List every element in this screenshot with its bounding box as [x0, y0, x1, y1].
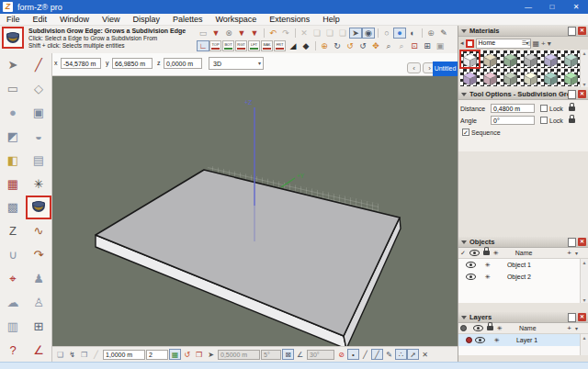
roll-icon[interactable]: ↺ [356, 40, 369, 51]
menu-item[interactable]: Edit [27, 15, 54, 24]
view-button[interactable]: FRT [274, 40, 286, 51]
minimize-button[interactable]: — [516, 0, 540, 14]
combo-snap-icon[interactable]: ⊠ [282, 349, 294, 360]
spin-icon[interactable]: ↺ [344, 40, 356, 51]
menu-item[interactable]: View [96, 15, 126, 24]
point-snap-icon[interactable]: • [347, 349, 359, 360]
add-object-button[interactable]: + [567, 249, 571, 257]
materials-scrollbar[interactable]: ▴ ▾ [580, 50, 588, 87]
close-panel-icon[interactable]: ✕ [578, 313, 586, 321]
scroll-down-icon[interactable]: ▾ [581, 81, 588, 87]
material-lavender[interactable] [541, 50, 560, 68]
sequence-checkbox[interactable] [462, 129, 469, 136]
value-field[interactable]: 0° [491, 116, 535, 125]
eye-icon[interactable] [469, 250, 480, 256]
view-button[interactable]: BAK [261, 40, 273, 51]
stairs-tool[interactable]: ▤ [26, 148, 51, 172]
cylinder-tool[interactable]: ◒ [26, 125, 51, 149]
rectangle-tool[interactable]: ▭ [0, 77, 26, 101]
zoom-window-icon[interactable]: ⊞ [421, 40, 434, 51]
scroll-down-icon[interactable]: ▾ [581, 296, 588, 303]
Layer 1[interactable]: Layer 1 [458, 334, 588, 346]
terrain-tool[interactable]: ☁ [0, 290, 26, 314]
wireframe-mode-icon[interactable]: ○ [380, 28, 393, 39]
group-figures-tool[interactable]: ♙ [26, 290, 51, 314]
tool-options-header[interactable]: Tool Options - Subdivision Grow Edge ✕ [458, 89, 588, 100]
grid-snap-icon[interactable]: ▦ [169, 349, 181, 360]
scroll-up-icon[interactable]: ▴ [581, 334, 588, 341]
dark-cube-icon[interactable]: ◆ [300, 40, 312, 51]
spline-tool[interactable]: ∿ [26, 219, 51, 243]
close-panel-icon[interactable]: ✕ [578, 27, 586, 35]
view-button[interactable]: BOT [222, 40, 234, 51]
maximize-view-icon[interactable]: ▣ [434, 40, 447, 51]
pan-hand-icon[interactable]: ✥ [369, 40, 382, 51]
pick-down-icon[interactable]: ▼ [248, 28, 261, 39]
copy-icon[interactable]: ❏ [311, 28, 323, 39]
objects-header[interactable]: Objects ✕ [458, 237, 588, 248]
extrude-tool[interactable]: ◩ [0, 125, 26, 149]
cube-stack-icon[interactable]: ❒ [78, 349, 90, 360]
rotate-snap-icon[interactable]: ↺ [181, 349, 193, 360]
objects-scrollbar[interactable]: ▴ ▾ [580, 259, 588, 303]
view-button[interactable]: TOP [209, 40, 221, 51]
detach-panel-icon[interactable] [568, 90, 576, 99]
freeze-icon[interactable] [493, 250, 499, 257]
reference-plane-icon[interactable]: ∟ [197, 40, 209, 51]
visibility-eye-icon[interactable] [466, 262, 476, 268]
freeze-icon[interactable] [485, 274, 491, 281]
materials-header[interactable]: Materials ✕ [458, 26, 588, 37]
duplicate-icon[interactable]: ❏ [323, 28, 336, 39]
active-layer-dot-icon[interactable] [466, 337, 472, 343]
deselect-icon[interactable]: ⊗ [222, 28, 235, 39]
menu-item[interactable]: Workspace [209, 15, 263, 24]
material-library-dropdown[interactable]: Home ☰▾▯ [476, 39, 531, 49]
bolt-icon[interactable]: ↯ [66, 349, 78, 360]
collapse-triangle-icon[interactable] [461, 240, 467, 244]
prev-window-button[interactable]: ‹ [407, 62, 421, 73]
rotate-crosshair-icon[interactable]: ⊕ [318, 40, 331, 51]
detach-panel-icon[interactable] [568, 238, 576, 247]
view-button[interactable]: LFT [248, 40, 260, 51]
zoom-out-icon[interactable]: ⌕ [395, 40, 408, 51]
sphere-tool[interactable]: ● [0, 101, 26, 125]
collapse-chevron-icon[interactable]: ▾ [548, 39, 551, 48]
material-cream[interactable] [521, 69, 540, 86]
collapse-chevron-icon[interactable]: ▾ [575, 250, 578, 256]
pick-tool[interactable]: ➤ [0, 53, 26, 77]
attach-tool[interactable]: ⌖ [0, 267, 26, 291]
viewport-3d[interactable]: +Z +Y [52, 76, 458, 346]
add-material-button[interactable]: + [541, 39, 546, 48]
wedge-icon[interactable]: ◢ [287, 40, 300, 51]
lock-checkbox[interactable] [540, 105, 548, 112]
direction-arrow-icon[interactable]: ➤ [205, 349, 217, 360]
shaded-mode-icon[interactable]: ● [393, 28, 406, 39]
menu-item[interactable]: Extensions [263, 15, 316, 24]
freeze-icon[interactable] [485, 262, 491, 269]
Object 2[interactable]: Object 2 [458, 271, 588, 283]
collapse-triangle-icon[interactable] [461, 29, 467, 33]
grid-view-icon[interactable]: ▦ [533, 39, 540, 48]
annotate-pen-icon[interactable]: ✎ [437, 28, 450, 39]
material-violet[interactable] [460, 69, 480, 86]
snap-distance-field[interactable]: 0,5000 m [218, 350, 260, 360]
no-snap-icon[interactable]: ⊘ [335, 349, 347, 360]
material-lightgreen[interactable] [561, 69, 581, 86]
value-field[interactable]: 0,4800 m [491, 104, 535, 113]
close-panel-icon[interactable]: ✕ [578, 90, 586, 98]
material-gray[interactable] [521, 50, 540, 68]
collapse-triangle-icon[interactable] [461, 93, 467, 96]
subdivision-tool[interactable] [26, 196, 51, 219]
pen-snap-icon[interactable]: ✎ [383, 349, 395, 360]
close-panel-icon[interactable]: ✕ [578, 238, 586, 246]
material-tan[interactable] [481, 50, 500, 68]
menu-item[interactable]: File [0, 15, 27, 24]
freeze-icon[interactable] [494, 337, 500, 344]
nurbs-curve-tool[interactable]: Z [0, 219, 26, 243]
add-layer-button[interactable]: + [567, 324, 571, 332]
save-state-icon[interactable]: ❒ [193, 349, 205, 360]
scroll-up-icon[interactable]: ▴ [581, 259, 588, 265]
figure-tool[interactable]: ♟ [26, 267, 51, 291]
orbit-icon[interactable]: ↻ [331, 40, 344, 51]
menu-item[interactable]: Palettes [166, 15, 209, 24]
